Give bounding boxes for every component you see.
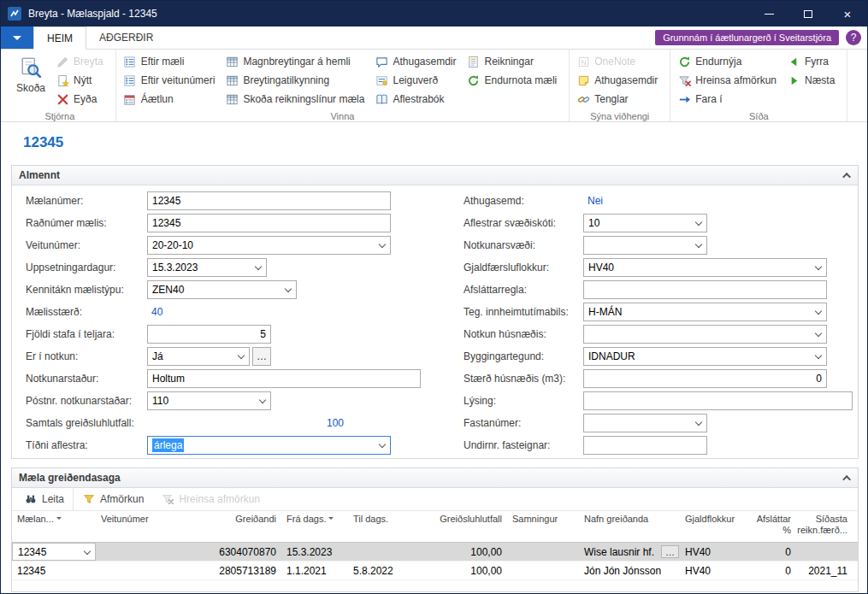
ribbon-item-eftir-mæli[interactable]: Eftir mæli xyxy=(121,52,221,71)
assist-edit-button[interactable]: … xyxy=(252,347,271,366)
field-input-er-í-notkun[interactable]: Já xyxy=(147,347,250,366)
field-input-mælanúmer[interactable]: 12345 xyxy=(147,191,391,210)
field-input-tíðni-aflestra[interactable]: árlega xyxy=(147,436,391,455)
dropdown-arrow-icon[interactable] xyxy=(815,263,822,270)
field-input-póstnr-notkunarstaðar[interactable]: 110 xyxy=(147,391,271,410)
help-button[interactable]: ? xyxy=(846,30,861,45)
ribbon-item-athugasemdir[interactable]: Athugasemdir xyxy=(372,52,462,71)
column-header-til-dags[interactable]: Til dags. xyxy=(348,511,415,542)
field-input-notkunarstaður[interactable]: Holtum xyxy=(147,369,421,388)
dropdown-arrow-icon[interactable] xyxy=(285,285,292,292)
cell-til-dags[interactable] xyxy=(348,543,415,561)
field-input-undirnr-fasteignar[interactable] xyxy=(583,436,707,455)
column-header-frá-dags[interactable]: Frá dags. xyxy=(281,511,348,542)
dropdown-arrow-icon[interactable] xyxy=(255,263,262,270)
cell-nafn-greiðanda[interactable]: Wise lausnir hf.… xyxy=(579,543,680,561)
ribbon-item-breytingatilkynning[interactable]: Breytingatilkynning xyxy=(222,71,370,90)
ribbon-item-endurnota-mæli[interactable]: Endurnota mæli xyxy=(464,71,564,90)
tab-heim[interactable]: HEIM xyxy=(33,26,86,50)
ribbon-item-skoða[interactable]: Skoða xyxy=(9,52,53,94)
field-value-samtals-greiðsluhlutfall[interactable]: 100 xyxy=(147,414,348,432)
close-button[interactable]: × xyxy=(828,1,867,26)
field-input-gjaldfærsluflokkur[interactable]: HV40 xyxy=(583,258,827,277)
section-header-almennt[interactable]: Almennt xyxy=(12,166,858,185)
ribbon-item-eyða[interactable]: Eyða xyxy=(53,90,109,109)
column-header-greiðsluhlutfall[interactable]: Greiðsluhlutfall xyxy=(415,511,507,542)
maximize-button[interactable] xyxy=(788,1,828,26)
field-input-fastanúmer[interactable] xyxy=(583,414,707,432)
column-header-mælan[interactable]: Mælan... xyxy=(12,511,96,542)
ribbon-item-nýtt[interactable]: Nýtt xyxy=(53,71,109,90)
dropdown-arrow-icon[interactable] xyxy=(695,241,702,248)
column-header-afsláttar[interactable]: Afsláttar % xyxy=(747,511,796,542)
column-header-greiðandi[interactable]: Greiðandi xyxy=(174,511,281,542)
cell-veitunúmer[interactable] xyxy=(96,562,174,579)
table-row[interactable]: 12345630407087015.3.2023100,00Wise lausn… xyxy=(12,543,858,562)
dropdown-arrow-icon[interactable] xyxy=(695,419,702,426)
cell-mælan[interactable]: 12345 xyxy=(12,543,96,561)
ribbon-item-hreinsa-afmörkun[interactable]: Hreinsa afmörkun xyxy=(675,71,782,90)
toolbar-button-afmörkun[interactable]: Afmörkun xyxy=(74,488,152,510)
cell-greiðsluhlutfall[interactable]: 100,00 xyxy=(415,562,507,579)
section-header-maela-greidendasaga[interactable]: Mæla greiðendasaga xyxy=(12,468,858,488)
cell-mælan[interactable]: 12345 xyxy=(12,562,96,579)
dropdown-arrow-icon[interactable] xyxy=(84,548,91,555)
ribbon-item-reikningar[interactable]: Reikningar xyxy=(464,52,564,71)
cell-greiðandi[interactable]: 2805713189 xyxy=(174,562,281,579)
field-input-notkun-húsnæðis[interactable] xyxy=(583,325,827,344)
ribbon-item-næsta[interactable]: Næsta xyxy=(784,71,841,90)
filter-arrow-icon[interactable] xyxy=(56,517,62,522)
ribbon-item-magnbreytingar-á-hemli[interactable]: Magnbreytingar á hemli xyxy=(222,52,370,71)
dropdown-arrow-icon[interactable] xyxy=(815,308,822,315)
ribbon-item-skoða-reikningslínur-mæla[interactable]: Skoða reikningslínur mæla xyxy=(222,90,370,109)
cell-síðasta-reikn-færð[interactable]: 2021_11 xyxy=(796,562,853,579)
table-row[interactable]: 1234528057131891.1.20215.8.2022100,00Jón… xyxy=(12,562,858,580)
field-input-fjöldi-stafa-í-teljara[interactable]: 5 xyxy=(147,325,271,344)
dropdown-arrow-icon[interactable] xyxy=(379,241,386,248)
cell-gjaldflokkur[interactable]: HV40 xyxy=(680,543,747,561)
dropdown-arrow-icon[interactable] xyxy=(238,352,245,359)
cell-greiðsluhlutfall[interactable]: 100,00 xyxy=(415,543,507,561)
dropdown-arrow-icon[interactable] xyxy=(815,330,822,337)
cell-til-dags[interactable]: 5.8.2022 xyxy=(348,562,415,579)
cell-síðasta-reikn-færð[interactable] xyxy=(796,543,853,561)
cell-greiðandi[interactable]: 6304070870 xyxy=(174,543,281,561)
assist-edit-button[interactable]: … xyxy=(661,545,679,558)
ribbon-item-eftir-veitunúmeri[interactable]: Eftir veitunúmeri xyxy=(121,71,221,90)
column-header-veitunúmer[interactable]: Veitunúmer xyxy=(96,511,174,542)
ribbon-item-áætlun[interactable]: Áætlun xyxy=(121,90,221,109)
field-input-teg-innheimtutímabils[interactable]: H-MÁN xyxy=(583,303,827,321)
cell-samningur[interactable] xyxy=(507,543,579,561)
dropdown-arrow-icon[interactable] xyxy=(379,441,386,448)
field-input-stærð-húsnæðis-m3[interactable]: 0 xyxy=(583,369,827,388)
cell-gjaldflokkur[interactable]: HV40 xyxy=(680,562,747,579)
column-header-samningur[interactable]: Samningur xyxy=(507,511,579,542)
column-header-gjaldflokkur[interactable]: Gjaldflokkur xyxy=(680,511,747,542)
field-input-kennitákn-mælistýpu[interactable]: ZEN40 xyxy=(147,280,297,299)
ribbon-item-aflestrabók[interactable]: Aflestrabók xyxy=(372,90,462,109)
ribbon-item-endurnýja[interactable]: Endurnýja xyxy=(675,52,782,71)
field-input-notkunarsvæði[interactable] xyxy=(583,236,707,255)
ribbon-item-fara-í[interactable]: Fara í xyxy=(675,90,782,109)
cell-samningur[interactable] xyxy=(507,562,579,579)
field-input-uppsetningardagur[interactable]: 15.3.2023 xyxy=(147,258,267,277)
cell-veitunúmer[interactable] xyxy=(96,543,174,561)
cell-frá-dags[interactable]: 1.1.2021 xyxy=(281,562,348,579)
collapse-chevron-icon[interactable] xyxy=(842,172,851,180)
application-menu-button[interactable] xyxy=(1,26,33,49)
column-header-síðasta-reikn-færð[interactable]: Síðasta reikn.færð... xyxy=(796,511,853,542)
tab-adgerdir[interactable]: AÐGERÐIR xyxy=(86,26,166,49)
field-input-raðnúmer-mælis[interactable]: 12345 xyxy=(147,214,391,232)
field-input-veitunúmer[interactable]: 20-20-10 xyxy=(147,236,391,255)
field-input-lýsing[interactable] xyxy=(583,391,853,410)
field-input-aflestrar-svæðiskóti[interactable]: 10 xyxy=(583,214,707,232)
collapse-chevron-icon[interactable] xyxy=(842,474,851,483)
ribbon-item-tenglar[interactable]: Tenglar xyxy=(574,90,664,109)
minimize-button[interactable] xyxy=(749,1,788,26)
ribbon-item-fyrra[interactable]: Fyrra xyxy=(784,52,841,71)
dropdown-arrow-icon[interactable] xyxy=(815,352,822,359)
notification-badge[interactable]: Grunnnám í áætlunargerð í Sveitarstjóra xyxy=(655,30,839,45)
cell-nafn-greiðanda[interactable]: Jón Jón Jónsson xyxy=(579,562,680,579)
dropdown-arrow-icon[interactable] xyxy=(695,219,702,226)
cell-afsláttar[interactable]: 0 xyxy=(747,543,796,561)
